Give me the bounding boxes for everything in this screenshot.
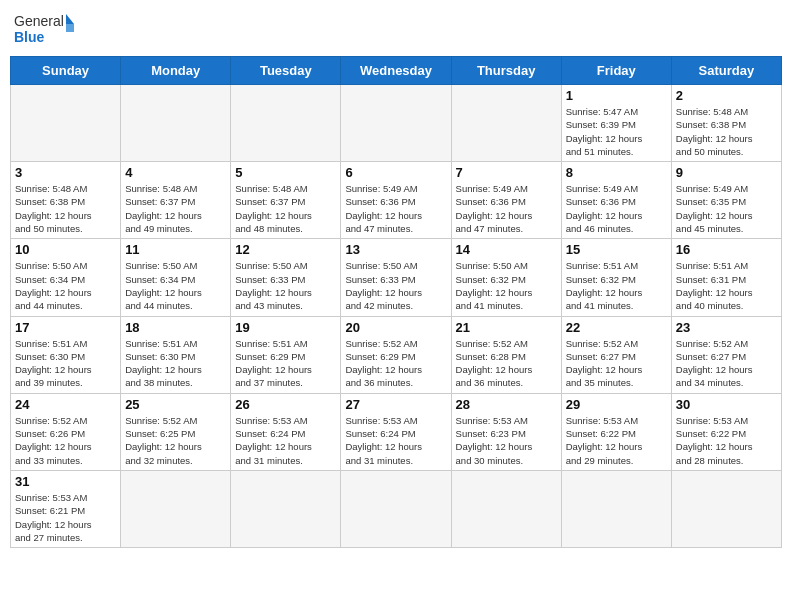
day-number: 18 (125, 320, 226, 335)
day-info: Sunrise: 5:50 AM Sunset: 6:34 PM Dayligh… (15, 259, 116, 312)
calendar-cell: 19Sunrise: 5:51 AM Sunset: 6:29 PM Dayli… (231, 316, 341, 393)
day-number: 2 (676, 88, 777, 103)
calendar-cell: 9Sunrise: 5:49 AM Sunset: 6:35 PM Daylig… (671, 162, 781, 239)
day-info: Sunrise: 5:52 AM Sunset: 6:25 PM Dayligh… (125, 414, 226, 467)
calendar-cell: 12Sunrise: 5:50 AM Sunset: 6:33 PM Dayli… (231, 239, 341, 316)
day-number: 12 (235, 242, 336, 257)
day-number: 21 (456, 320, 557, 335)
day-number: 24 (15, 397, 116, 412)
day-number: 29 (566, 397, 667, 412)
day-number: 17 (15, 320, 116, 335)
weekday-header-saturday: Saturday (671, 57, 781, 85)
calendar-cell: 25Sunrise: 5:52 AM Sunset: 6:25 PM Dayli… (121, 393, 231, 470)
calendar-cell: 17Sunrise: 5:51 AM Sunset: 6:30 PM Dayli… (11, 316, 121, 393)
calendar-cell (341, 85, 451, 162)
day-info: Sunrise: 5:52 AM Sunset: 6:28 PM Dayligh… (456, 337, 557, 390)
day-info: Sunrise: 5:49 AM Sunset: 6:36 PM Dayligh… (345, 182, 446, 235)
day-info: Sunrise: 5:51 AM Sunset: 6:30 PM Dayligh… (15, 337, 116, 390)
calendar-cell (11, 85, 121, 162)
day-number: 19 (235, 320, 336, 335)
calendar-cell (451, 85, 561, 162)
day-number: 9 (676, 165, 777, 180)
weekday-header-tuesday: Tuesday (231, 57, 341, 85)
day-number: 25 (125, 397, 226, 412)
calendar-cell: 16Sunrise: 5:51 AM Sunset: 6:31 PM Dayli… (671, 239, 781, 316)
calendar-cell: 4Sunrise: 5:48 AM Sunset: 6:37 PM Daylig… (121, 162, 231, 239)
calendar-cell: 6Sunrise: 5:49 AM Sunset: 6:36 PM Daylig… (341, 162, 451, 239)
day-number: 28 (456, 397, 557, 412)
weekday-header-row: SundayMondayTuesdayWednesdayThursdayFrid… (11, 57, 782, 85)
day-info: Sunrise: 5:48 AM Sunset: 6:37 PM Dayligh… (125, 182, 226, 235)
svg-text:Blue: Blue (14, 29, 45, 45)
logo: General Blue (14, 10, 74, 48)
day-number: 8 (566, 165, 667, 180)
calendar-cell: 27Sunrise: 5:53 AM Sunset: 6:24 PM Dayli… (341, 393, 451, 470)
week-row-4: 17Sunrise: 5:51 AM Sunset: 6:30 PM Dayli… (11, 316, 782, 393)
weekday-header-wednesday: Wednesday (341, 57, 451, 85)
day-info: Sunrise: 5:50 AM Sunset: 6:33 PM Dayligh… (235, 259, 336, 312)
day-info: Sunrise: 5:49 AM Sunset: 6:36 PM Dayligh… (456, 182, 557, 235)
calendar-cell: 18Sunrise: 5:51 AM Sunset: 6:30 PM Dayli… (121, 316, 231, 393)
day-number: 10 (15, 242, 116, 257)
day-info: Sunrise: 5:53 AM Sunset: 6:24 PM Dayligh… (235, 414, 336, 467)
calendar-cell (121, 85, 231, 162)
day-number: 23 (676, 320, 777, 335)
weekday-header-sunday: Sunday (11, 57, 121, 85)
calendar-cell: 20Sunrise: 5:52 AM Sunset: 6:29 PM Dayli… (341, 316, 451, 393)
day-number: 4 (125, 165, 226, 180)
day-info: Sunrise: 5:48 AM Sunset: 6:38 PM Dayligh… (676, 105, 777, 158)
calendar-cell (671, 470, 781, 547)
calendar-cell: 28Sunrise: 5:53 AM Sunset: 6:23 PM Dayli… (451, 393, 561, 470)
calendar-cell: 3Sunrise: 5:48 AM Sunset: 6:38 PM Daylig… (11, 162, 121, 239)
day-info: Sunrise: 5:48 AM Sunset: 6:37 PM Dayligh… (235, 182, 336, 235)
day-info: Sunrise: 5:53 AM Sunset: 6:22 PM Dayligh… (566, 414, 667, 467)
svg-marker-2 (66, 14, 74, 24)
day-number: 30 (676, 397, 777, 412)
day-number: 11 (125, 242, 226, 257)
day-info: Sunrise: 5:53 AM Sunset: 6:23 PM Dayligh… (456, 414, 557, 467)
weekday-header-monday: Monday (121, 57, 231, 85)
day-number: 16 (676, 242, 777, 257)
calendar-cell: 30Sunrise: 5:53 AM Sunset: 6:22 PM Dayli… (671, 393, 781, 470)
day-info: Sunrise: 5:52 AM Sunset: 6:29 PM Dayligh… (345, 337, 446, 390)
day-info: Sunrise: 5:51 AM Sunset: 6:30 PM Dayligh… (125, 337, 226, 390)
calendar-cell (451, 470, 561, 547)
calendar-cell: 21Sunrise: 5:52 AM Sunset: 6:28 PM Dayli… (451, 316, 561, 393)
day-info: Sunrise: 5:50 AM Sunset: 6:34 PM Dayligh… (125, 259, 226, 312)
day-number: 31 (15, 474, 116, 489)
day-info: Sunrise: 5:53 AM Sunset: 6:24 PM Dayligh… (345, 414, 446, 467)
week-row-5: 24Sunrise: 5:52 AM Sunset: 6:26 PM Dayli… (11, 393, 782, 470)
day-info: Sunrise: 5:50 AM Sunset: 6:33 PM Dayligh… (345, 259, 446, 312)
calendar-cell: 11Sunrise: 5:50 AM Sunset: 6:34 PM Dayli… (121, 239, 231, 316)
day-number: 13 (345, 242, 446, 257)
day-info: Sunrise: 5:53 AM Sunset: 6:21 PM Dayligh… (15, 491, 116, 544)
calendar-cell: 26Sunrise: 5:53 AM Sunset: 6:24 PM Dayli… (231, 393, 341, 470)
day-number: 1 (566, 88, 667, 103)
day-info: Sunrise: 5:51 AM Sunset: 6:29 PM Dayligh… (235, 337, 336, 390)
day-number: 6 (345, 165, 446, 180)
generalblue-logo-icon: General Blue (14, 10, 74, 48)
day-number: 7 (456, 165, 557, 180)
calendar-cell (231, 85, 341, 162)
day-number: 26 (235, 397, 336, 412)
calendar-cell: 7Sunrise: 5:49 AM Sunset: 6:36 PM Daylig… (451, 162, 561, 239)
day-number: 20 (345, 320, 446, 335)
svg-rect-3 (66, 24, 74, 32)
day-info: Sunrise: 5:52 AM Sunset: 6:27 PM Dayligh… (676, 337, 777, 390)
calendar-cell: 15Sunrise: 5:51 AM Sunset: 6:32 PM Dayli… (561, 239, 671, 316)
calendar-cell: 2Sunrise: 5:48 AM Sunset: 6:38 PM Daylig… (671, 85, 781, 162)
day-number: 27 (345, 397, 446, 412)
calendar-cell: 14Sunrise: 5:50 AM Sunset: 6:32 PM Dayli… (451, 239, 561, 316)
day-number: 22 (566, 320, 667, 335)
day-number: 5 (235, 165, 336, 180)
svg-text:General: General (14, 13, 64, 29)
calendar-cell: 31Sunrise: 5:53 AM Sunset: 6:21 PM Dayli… (11, 470, 121, 547)
calendar-cell (231, 470, 341, 547)
calendar-cell: 23Sunrise: 5:52 AM Sunset: 6:27 PM Dayli… (671, 316, 781, 393)
header: General Blue (10, 10, 782, 48)
week-row-6: 31Sunrise: 5:53 AM Sunset: 6:21 PM Dayli… (11, 470, 782, 547)
week-row-2: 3Sunrise: 5:48 AM Sunset: 6:38 PM Daylig… (11, 162, 782, 239)
day-info: Sunrise: 5:52 AM Sunset: 6:27 PM Dayligh… (566, 337, 667, 390)
weekday-header-friday: Friday (561, 57, 671, 85)
week-row-3: 10Sunrise: 5:50 AM Sunset: 6:34 PM Dayli… (11, 239, 782, 316)
